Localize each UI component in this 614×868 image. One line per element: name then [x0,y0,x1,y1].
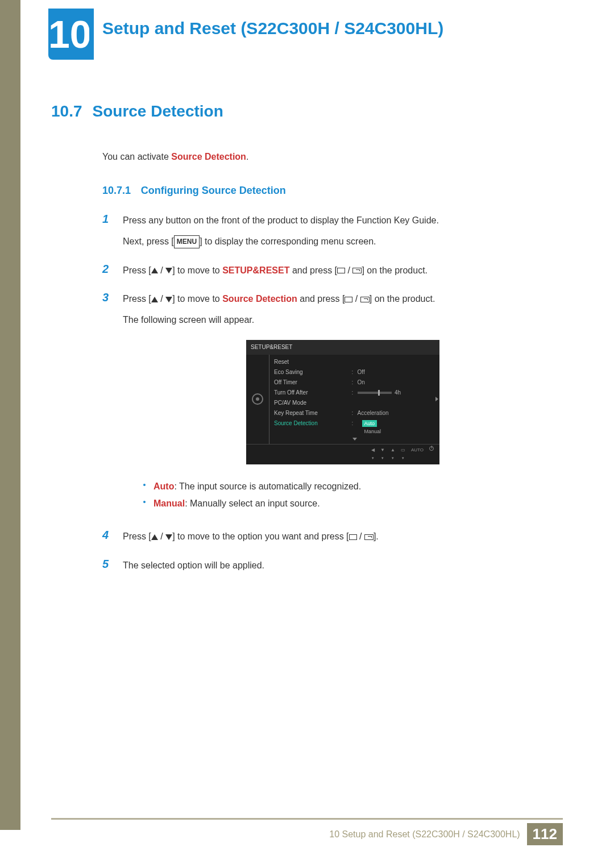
text-fragment: Next, press [ [123,236,174,246]
step-number: 3 [102,291,113,304]
osd-item-value: Off [358,368,435,376]
step-5-text: The selected option will be applied. [123,558,563,574]
osd-item-value: On [358,379,435,387]
step-number: 1 [102,213,113,226]
step-4: 4 Press [ / ] to move to the option you … [102,529,563,550]
text-fragment: ] on the product. [362,265,428,275]
osd-screenshot: SETUP&RESET Reset Eco Saving:Off Off Tim… [246,340,439,464]
osd-category-icon-area [246,355,269,444]
osd-row-source-detection: Source Detection : Auto Manual [269,418,439,437]
source-icon [337,268,345,273]
osd-title: SETUP&RESET [246,340,439,355]
power-icon [429,446,434,462]
down-arrow-icon [165,297,172,302]
text-fragment: Press [ [123,531,151,541]
osd-auto-label: AUTO [411,446,424,462]
osd-option-manual: Manual [362,428,384,435]
step-number: 2 [102,263,113,276]
subsection-title: Configuring Source Detection [141,185,286,196]
menu-key-icon: MENU [174,235,200,249]
enter-icon [352,268,362,273]
slider-icon [358,392,392,394]
gear-icon [252,393,263,405]
intro-term: Source Detection [171,152,246,161]
up-arrow-icon [151,268,158,273]
intro-suffix: . [246,152,248,161]
setup-reset-term: SETUP&RESET [222,265,289,275]
section-title: Source Detection [93,102,223,121]
osd-item-value: 4h [358,389,435,397]
text-fragment: ] to move to the option you want and pre… [172,531,349,541]
osd-item-name: PC/AV Mode [274,399,352,407]
bullet-manual: Manual: Manually select an input source. [143,495,563,512]
osd-row-pc-av-mode: PC/AV Mode [269,398,439,408]
intro-prefix: You can activate [102,152,171,161]
osd-up-icon: ▲▾ [391,446,395,462]
step-2: 2 Press [ / ] to move to SETUP&RESET and… [102,263,563,284]
step-3-line-2: The following screen will appear. [123,312,563,329]
bullet-manual-term: Manual [154,499,185,508]
osd-footer-icons: ◀▾ ▼▾ ▲▾ ▭▾ AUTO [246,444,439,462]
option-bullets: Auto: The input source is automatically … [143,478,563,513]
step-1: 1 Press any button on the front of the p… [102,213,563,255]
text-fragment: Press [ [123,265,151,275]
up-arrow-icon [151,534,158,540]
bullet-auto: Auto: The input source is automatically … [143,478,563,495]
step-3: 3 Press [ / ] to move to Source Detectio… [102,291,563,520]
subsection-number: 10.7.1 [102,185,131,196]
step-2-text: Press [ / ] to move to SETUP&RESET and p… [123,263,563,279]
section-heading: 10.7 Source Detection [51,102,563,121]
down-arrow-icon [165,268,172,273]
text-fragment: ] to move to [172,265,222,275]
step-number: 4 [102,529,113,542]
chevron-down-icon [352,438,357,441]
osd-row-eco-saving: Eco Saving:Off [269,367,439,377]
section-number: 10.7 [51,102,82,121]
side-accent-bar [0,0,20,830]
chapter-title: Setup and Reset (S22C300H / S24C300HL) [102,19,443,38]
osd-option-auto: Auto [362,420,377,427]
page-number: 112 [527,823,563,845]
osd-menu-list: Reset Eco Saving:Off Off Timer:On Turn O… [269,355,439,444]
source-detection-term: Source Detection [222,294,297,304]
osd-row-off-timer: Off Timer:On [269,377,439,388]
enter-icon [360,297,370,302]
up-arrow-icon [151,297,158,302]
osd-row-turn-off-after: Turn Off After: 4h [269,388,439,398]
bullet-manual-desc: : Manually select an input source. [185,499,320,508]
text-fragment: ] on the product. [370,294,435,304]
osd-item-options: Auto Manual [358,420,435,435]
text-fragment: ]. [374,531,379,541]
osd-item-value [358,399,435,407]
text-fragment: ] to move to [172,294,222,304]
down-arrow-icon [165,534,172,540]
osd-item-name: Turn Off After [274,389,352,397]
osd-item-name: Eco Saving [274,368,352,376]
step-3-text: Press [ / ] to move to Source Detection … [123,291,563,308]
osd-item-value: Acceleration [358,409,435,417]
enter-icon [364,534,374,540]
text-fragment: and press [ [297,294,345,304]
text-fragment: Press [ [123,294,151,304]
osd-item-name: Source Detection [274,420,352,435]
osd-back-icon: ◀▾ [371,446,375,462]
osd-enter-icon: ▭▾ [401,446,405,462]
chapter-number-badge: 10 [48,9,89,60]
text-fragment: ] to display the corresponding menu scre… [200,236,376,246]
footer-chapter-text: 10 Setup and Reset (S22C300H / S24C300HL… [329,829,520,840]
text-fragment: and press [ [289,265,337,275]
osd-down-icon: ▼▾ [380,446,385,462]
page-footer: 10 Setup and Reset (S22C300H / S24C300HL… [329,823,563,845]
bullet-auto-desc: : The input source is automatically reco… [174,481,361,491]
osd-row-reset: Reset [269,357,439,367]
osd-slider-value: 4h [395,389,401,396]
osd-row-key-repeat-time: Key Repeat Time:Acceleration [269,408,439,418]
osd-item-name: Reset [274,358,352,366]
source-icon [345,297,352,302]
osd-item-value [358,358,435,366]
chevron-right-icon [435,397,438,401]
osd-item-name: Key Repeat Time [274,409,352,417]
step-1-line-1: Press any button on the front of the pro… [123,213,563,229]
intro-text: You can activate Source Detection. [102,152,563,162]
footer-divider [51,818,563,820]
